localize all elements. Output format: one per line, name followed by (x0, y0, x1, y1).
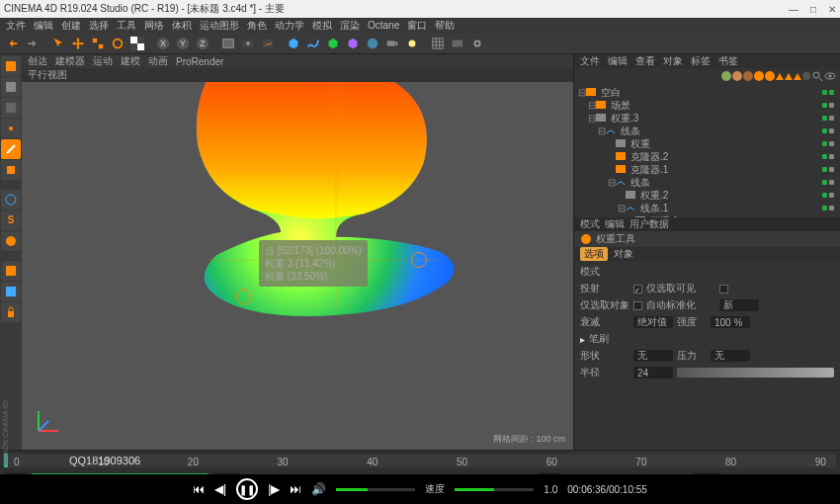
norm-field[interactable]: 新 (719, 299, 759, 311)
attr-tab[interactable]: 模式 (580, 217, 600, 231)
filter-icon[interactable] (721, 71, 731, 81)
vp-tab[interactable]: 建模器 (55, 54, 85, 68)
light-button[interactable] (403, 35, 421, 52)
object-row[interactable]: 权重 (574, 137, 840, 150)
undo-button[interactable] (4, 35, 22, 52)
menu-tools[interactable]: 工具 (117, 19, 136, 33)
xray-button[interactable] (1, 282, 21, 301)
radius-slider[interactable] (677, 368, 834, 378)
player-rewind-button[interactable]: ◀| (214, 482, 226, 496)
filter-icon[interactable] (732, 71, 742, 81)
proj-checkbox[interactable] (633, 285, 642, 294)
player-next-button[interactable]: ⏭ (290, 482, 301, 496)
falloff-field[interactable]: 绝对值 (633, 316, 673, 328)
scale-tool[interactable] (89, 35, 107, 52)
rotate-tool[interactable] (109, 35, 126, 52)
generator-button[interactable] (324, 35, 342, 52)
press-field[interactable]: 无 (711, 350, 750, 362)
speed-slider[interactable] (455, 488, 534, 491)
locked-button[interactable] (1, 231, 21, 251)
deformer-button[interactable] (344, 35, 362, 52)
attr-section[interactable]: 笔刷 (589, 332, 609, 346)
menu-simulate[interactable]: 模拟 (312, 19, 332, 33)
object-manager[interactable]: ⊟空白 ⊟场景 ⊟权重.3 ⊟线条 权重 克隆器.2 克隆器.1 ⊟线条 权重.… (574, 84, 840, 217)
x-axis-button[interactable]: X (154, 35, 172, 52)
attr-tab[interactable]: 用户数据 (630, 217, 669, 231)
object-row[interactable]: 权重.2 (574, 189, 840, 202)
texture-mode-button[interactable] (1, 98, 21, 118)
snap-button[interactable] (1, 190, 21, 210)
search-icon[interactable] (811, 70, 823, 82)
filter-icon[interactable] (754, 71, 764, 81)
menu-select[interactable]: 选择 (89, 19, 109, 33)
attr-tab-options[interactable]: 选项 (580, 247, 608, 261)
strength-field[interactable]: 100 % (711, 316, 750, 328)
menu-file[interactable]: 文件 (6, 19, 26, 33)
objmgr-tab[interactable]: 对象 (663, 54, 683, 68)
grid-icon[interactable] (429, 35, 447, 52)
object-row[interactable]: ⊟空白 (574, 86, 840, 99)
objmgr-tab[interactable]: 标签 (691, 54, 711, 68)
snapshot-icon[interactable] (449, 35, 466, 52)
sel-checkbox[interactable] (633, 301, 642, 310)
vp-tab[interactable]: 动画 (148, 54, 168, 68)
z-axis-button[interactable]: Z (194, 35, 211, 52)
polygon-mode-button[interactable] (1, 160, 21, 180)
vp-tab[interactable]: 运动 (93, 54, 113, 68)
menu-octane[interactable]: Octane (368, 20, 399, 31)
eye-icon[interactable] (824, 70, 836, 82)
filter-icon[interactable] (776, 73, 784, 80)
viewport-canvas[interactable]: 点 [52/173] (100.00%) 权重 3 (11.42%) 权重 (3… (22, 82, 573, 450)
camera-button[interactable] (383, 35, 401, 52)
player-forward-button[interactable]: |▶ (268, 482, 280, 496)
shape-field[interactable]: 无 (633, 350, 673, 362)
volume-icon[interactable]: 🔊 (311, 482, 326, 496)
menu-window[interactable]: 窗口 (407, 19, 427, 33)
move-tool[interactable] (69, 35, 87, 52)
menu-dynamics[interactable]: 动力学 (275, 19, 304, 33)
maximize-button[interactable]: □ (810, 4, 816, 15)
filter-icon[interactable] (743, 71, 753, 81)
player-prev-button[interactable]: ⏮ (193, 482, 205, 496)
volume-slider[interactable] (336, 488, 415, 491)
render-picture-button[interactable] (239, 35, 257, 52)
render-settings-button[interactable] (259, 35, 277, 52)
object-row[interactable]: 克隆器.2 (574, 150, 840, 163)
menu-mograph[interactable]: 运动图形 (200, 19, 239, 33)
menu-render[interactable]: 渲染 (340, 19, 360, 33)
attr-tab-object[interactable]: 对象 (614, 247, 633, 261)
lock-icon[interactable] (1, 302, 21, 322)
y-axis-button[interactable]: Y (174, 35, 192, 52)
object-row[interactable]: 克隆器.1 (574, 163, 840, 176)
object-mode-button[interactable] (1, 77, 21, 97)
object-row[interactable]: ⊟线条.1 (574, 202, 840, 214)
point-mode-button[interactable] (1, 119, 21, 138)
model-mode-button[interactable] (1, 56, 21, 76)
select-tool[interactable] (49, 35, 67, 52)
objmgr-tab[interactable]: 文件 (580, 54, 600, 68)
object-row[interactable]: ⊟线条 (574, 125, 840, 137)
radius-field[interactable]: 24 (633, 367, 673, 378)
minimize-button[interactable]: — (789, 4, 798, 15)
filter-icon[interactable] (794, 73, 801, 80)
vis-checkbox[interactable] (719, 285, 728, 294)
menu-edit[interactable]: 编辑 (34, 19, 53, 33)
player-pause-button[interactable]: ❚❚ (236, 478, 258, 500)
objmgr-tab[interactable]: 书签 (718, 54, 738, 68)
object-row[interactable]: ⊟线条 (574, 176, 840, 189)
filter-icon[interactable] (765, 71, 775, 81)
gear-icon[interactable] (468, 35, 486, 52)
objmgr-tab[interactable]: 编辑 (608, 54, 628, 68)
menu-mesh[interactable]: 网络 (144, 19, 164, 33)
object-row[interactable]: ⊟场景 (574, 99, 840, 112)
render-view-button[interactable] (219, 35, 237, 52)
menu-character[interactable]: 角色 (247, 19, 267, 33)
object-row[interactable]: ⊟权重.3 (574, 112, 840, 125)
menu-create[interactable]: 创建 (61, 19, 81, 33)
objmgr-tab[interactable]: 查看 (635, 54, 655, 68)
close-button[interactable]: ✕ (828, 4, 836, 15)
vp-tab[interactable]: 建模 (121, 54, 140, 68)
environment-button[interactable] (364, 35, 381, 52)
edge-mode-button[interactable] (1, 139, 21, 159)
vp-tab[interactable]: ProRender (176, 56, 223, 67)
